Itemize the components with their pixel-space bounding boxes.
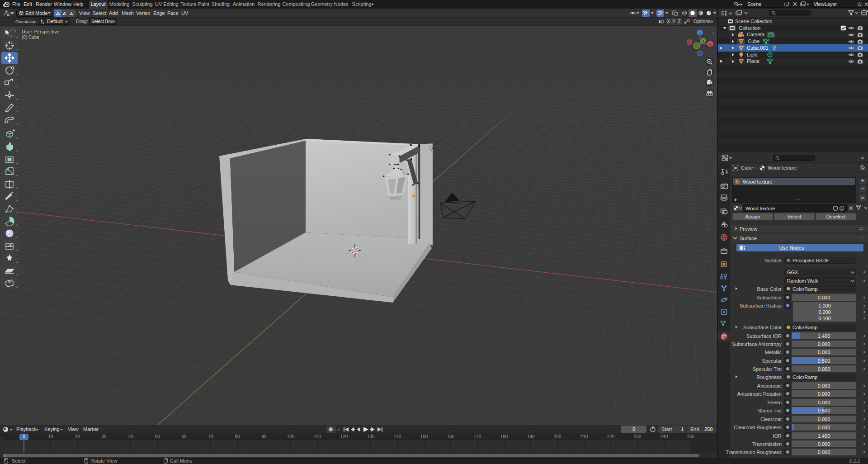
svg-text:X: X xyxy=(709,42,712,47)
svg-text:Z: Z xyxy=(698,31,701,35)
svg-text:Y: Y xyxy=(702,38,705,43)
